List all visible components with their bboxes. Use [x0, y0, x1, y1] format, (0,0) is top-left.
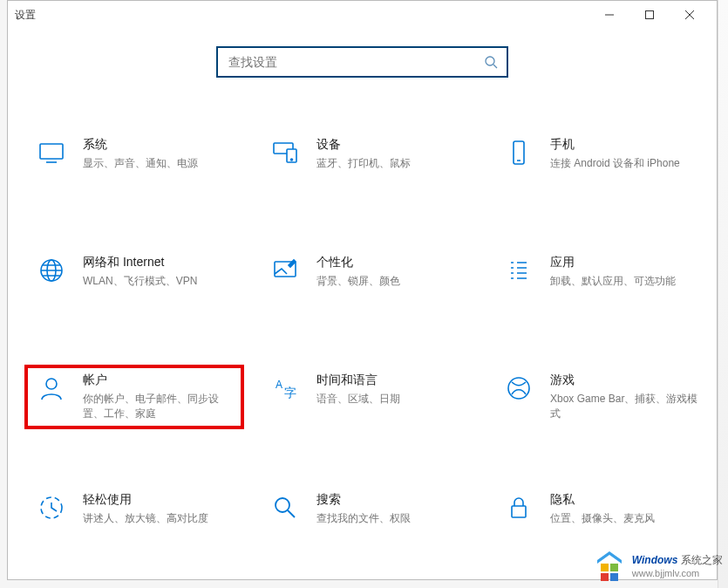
apps-icon: [498, 256, 540, 284]
search-icon: [484, 55, 498, 69]
tile-privacy[interactable]: 隐私 位置、摄像头、麦克风: [493, 485, 711, 546]
xbox-icon: [498, 374, 540, 402]
tile-gaming[interactable]: 游戏 Xbox Game Bar、捕获、游戏模式: [493, 366, 711, 428]
search-tile-icon: [264, 494, 306, 522]
svg-text:字: 字: [284, 386, 296, 400]
svg-point-16: [276, 498, 289, 512]
tile-title: 游戏: [550, 373, 698, 388]
tile-desc: 卸载、默认应用、可选功能: [550, 274, 676, 289]
phone-icon: [498, 139, 540, 167]
tile-desc: 蓝牙、打印机、鼠标: [316, 156, 411, 171]
tile-title: 设备: [316, 137, 411, 153]
tile-accounts[interactable]: 帐户 你的帐户、电子邮件、同步设置、工作、家庭: [25, 366, 243, 428]
tile-network[interactable]: 网络和 Internet WLAN、飞行模式、VPN: [25, 248, 243, 309]
svg-point-5: [291, 159, 293, 161]
paint-icon: [264, 256, 306, 284]
watermark: Windows 系统之家 www.bjjmlv.com: [592, 548, 723, 583]
tile-title: 轻松使用: [83, 492, 208, 508]
devices-icon: [264, 139, 306, 167]
tile-system[interactable]: 系统 显示、声音、通知、电源: [25, 130, 243, 191]
watermark-brand-tail: 系统之家: [681, 554, 723, 566]
tile-ease-of-access[interactable]: 轻松使用 讲述人、放大镜、高对比度: [25, 485, 243, 546]
minimize-button[interactable]: [589, 1, 629, 29]
tile-devices[interactable]: 设备 蓝牙、打印机、鼠标: [259, 130, 477, 191]
tile-title: 系统: [83, 137, 198, 153]
language-icon: A字: [264, 374, 306, 402]
svg-point-14: [508, 378, 529, 399]
tile-title: 时间和语言: [316, 373, 400, 388]
tile-desc: 你的帐户、电子邮件、同步设置、工作、家庭: [83, 392, 231, 421]
settings-window: 设置: [7, 0, 718, 580]
content: 系统 显示、声音、通知、电源 设备 蓝牙、打印机、鼠标 手机: [8, 29, 717, 588]
tile-desc: 查找我的文件、权限: [316, 511, 411, 526]
lock-icon: [498, 494, 540, 522]
maximize-button[interactable]: [629, 1, 670, 29]
window-controls: [589, 1, 710, 29]
tile-title: 搜索: [316, 492, 411, 508]
tile-desc: 讲述人、放大镜、高对比度: [83, 511, 208, 526]
svg-rect-20: [601, 573, 609, 581]
tile-time-language[interactable]: A字 时间和语言 语音、区域、日期: [259, 366, 477, 428]
minimize-icon: [605, 10, 614, 19]
maximize-icon: [645, 10, 654, 19]
tile-desc: 语音、区域、日期: [316, 392, 400, 407]
tile-search[interactable]: 搜索 查找我的文件、权限: [259, 485, 477, 546]
tile-desc: 连接 Android 设备和 iPhone: [550, 156, 680, 171]
svg-rect-2: [40, 144, 63, 159]
tile-desc: WLAN、飞行模式、VPN: [83, 274, 197, 289]
tile-phone[interactable]: 手机 连接 Android 设备和 iPhone: [493, 130, 711, 191]
svg-point-10: [46, 379, 57, 389]
tile-apps[interactable]: 应用 卸载、默认应用、可选功能: [493, 248, 711, 309]
close-icon: [685, 10, 694, 19]
titlebar: 设置: [8, 1, 717, 29]
tile-personalization[interactable]: 个性化 背景、锁屏、颜色: [259, 248, 477, 309]
svg-rect-18: [601, 564, 609, 571]
svg-rect-19: [610, 564, 618, 571]
globe-icon: [31, 256, 72, 284]
close-button[interactable]: [670, 1, 710, 29]
tile-desc: 显示、声音、通知、电源: [83, 156, 198, 171]
tile-title: 帐户: [83, 373, 231, 388]
tile-title: 应用: [550, 255, 676, 270]
tile-desc: 位置、摄像头、麦克风: [550, 511, 655, 526]
accessibility-icon: [31, 494, 72, 522]
display-icon: [31, 139, 72, 167]
watermark-logo-icon: [592, 548, 627, 583]
tile-title: 个性化: [316, 255, 400, 270]
person-icon: [31, 374, 72, 402]
settings-tiles: 系统 显示、声音、通知、电源 设备 蓝牙、打印机、鼠标 手机: [8, 78, 717, 588]
tile-title: 网络和 Internet: [83, 255, 197, 270]
watermark-url: www.bjjmlv.com: [632, 568, 723, 578]
search-input[interactable]: [227, 54, 484, 70]
svg-rect-17: [512, 506, 526, 517]
right-strip: [718, 0, 728, 588]
svg-rect-21: [610, 573, 618, 581]
tile-desc: Xbox Game Bar、捕获、游戏模式: [550, 392, 698, 421]
tile-title: 手机: [550, 137, 680, 153]
tile-title: 隐私: [550, 492, 655, 508]
svg-rect-0: [646, 11, 654, 19]
svg-point-1: [486, 57, 494, 65]
search-box[interactable]: [216, 46, 508, 78]
watermark-brand: Windows: [632, 554, 678, 566]
tile-desc: 背景、锁屏、颜色: [316, 274, 400, 289]
window-title: 设置: [15, 8, 36, 23]
svg-text:A: A: [276, 379, 282, 391]
